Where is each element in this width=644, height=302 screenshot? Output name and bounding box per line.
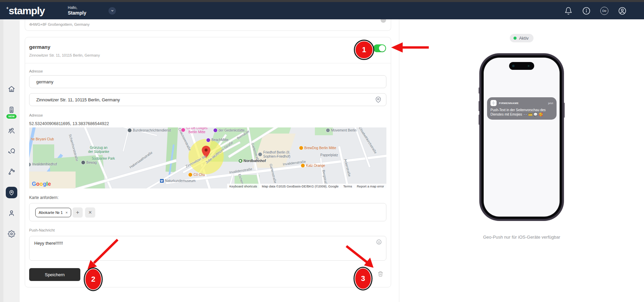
delete-location-button[interactable] bbox=[378, 271, 383, 277]
map-keyboard-shortcuts[interactable]: Keyboard shortcuts bbox=[227, 184, 260, 188]
map-label: der Gedenkstätte... bbox=[213, 128, 247, 133]
name-input[interactable]: germany bbox=[29, 75, 386, 88]
chip-remove-icon[interactable]: × bbox=[65, 210, 67, 215]
customers-icon bbox=[8, 127, 15, 134]
google-map[interactable]: he Biryani ClubScharnhorststraßeGrünzug … bbox=[29, 127, 386, 188]
map-report-link[interactable]: Report a map error bbox=[355, 184, 386, 188]
map-attribution: Keyboard shortcuts Map data ©2025 GeoBas… bbox=[227, 184, 386, 188]
map-label: Habersaathstraße bbox=[129, 150, 153, 169]
trash-icon bbox=[378, 271, 383, 277]
add-card-button[interactable]: + bbox=[73, 207, 83, 218]
map-label: Zinnowitzer Str. bbox=[185, 154, 207, 168]
google-logo[interactable]: Google bbox=[32, 181, 51, 187]
previous-location-card[interactable]: 4HWG+8F Großengottern, Germany bbox=[25, 19, 391, 31]
location-card-germany: germany Zinnowitzer Str. 11, 10115 Berli… bbox=[25, 37, 391, 287]
map-poi-marker-icon bbox=[206, 138, 210, 142]
map-label: Gartenstraße bbox=[269, 163, 277, 183]
map-label: CLUB Lodges Berlin Mitte bbox=[181, 127, 207, 134]
preview-panel: Aktiv FIRMENNAME jetzt Push-Text in der … bbox=[399, 19, 644, 302]
map-label: BeachMitte bbox=[206, 138, 228, 142]
card-select-box[interactable]: Abokarte № 1 × + × bbox=[29, 203, 386, 221]
map-poi-marker-icon: U bbox=[160, 179, 164, 183]
notifications-bell-icon[interactable] bbox=[564, 7, 572, 15]
sidebar-item-kiosk[interactable]: NEW bbox=[3, 102, 20, 118]
emoji-picker-icon[interactable] bbox=[376, 239, 382, 245]
account-dropdown-button[interactable] bbox=[108, 7, 116, 15]
page-scrollbar[interactable] bbox=[0, 19, 3, 302]
location-title: germany bbox=[29, 44, 51, 50]
map-label: UNaturkundemuseum bbox=[160, 179, 196, 183]
notification-time: jetzt bbox=[548, 102, 553, 105]
address-input-value: Zinnowitzer Str. 11, 10115 Berlin, Germa… bbox=[36, 97, 120, 102]
sidebar-item-profile[interactable] bbox=[3, 205, 20, 221]
sidebar-nav: NEW bbox=[3, 19, 20, 302]
annotation-circle-2: 2 bbox=[85, 268, 102, 290]
camera-lens-icon bbox=[512, 65, 515, 67]
address-label-2: Adresse bbox=[29, 113, 43, 117]
active-item-highlight bbox=[6, 187, 17, 198]
map-label: Katz Orange bbox=[301, 163, 325, 168]
push-notification-preview: FIRMENNAME jetzt Push-Text in der Seiten… bbox=[487, 97, 557, 120]
logo-text: stamply bbox=[9, 5, 45, 17]
previous-location-toggle[interactable] bbox=[381, 19, 386, 23]
main-content: 4HWG+8F Großengottern, Germany germany Z… bbox=[20, 19, 399, 302]
location-subtitle: Zinnowitzer Str. 11, 10115 Berlin, Germa… bbox=[29, 53, 100, 57]
sidebar-item-geopush[interactable] bbox=[3, 184, 20, 201]
logo-plus-mark: + bbox=[6, 5, 8, 11]
clear-cards-button[interactable]: × bbox=[85, 207, 95, 218]
map-terms-link[interactable]: Terms bbox=[341, 184, 355, 188]
map-label: Bewag bbox=[81, 160, 97, 165]
sidebar-item-integrations[interactable] bbox=[3, 164, 20, 180]
map-poi-marker-icon bbox=[258, 152, 262, 157]
phone-bezel: FIRMENNAME jetzt Push-Text in der Seiten… bbox=[481, 55, 562, 219]
app-logo[interactable]: + stamply bbox=[6, 5, 45, 17]
map-label: Südpanke Park bbox=[92, 157, 115, 161]
address-input[interactable]: Zinnowitzer Str. 11, 10115 Berlin, Germa… bbox=[29, 93, 386, 106]
kiosk-icon bbox=[8, 106, 15, 114]
previous-location-address: 4HWG+8F Großengottern, Germany bbox=[29, 22, 89, 26]
status-label: Aktiv bbox=[519, 36, 528, 41]
coordinates-value: 52.532400906811695, 13.3837686544922 bbox=[29, 121, 109, 126]
dynamic-island bbox=[509, 62, 534, 70]
sidebar-item-chat[interactable] bbox=[3, 143, 20, 159]
sidebar-item-settings[interactable] bbox=[3, 226, 20, 242]
push-message-textarea[interactable]: Heyy there!!!!!! bbox=[29, 236, 386, 261]
language-selector[interactable]: De bbox=[600, 7, 608, 15]
sensor-dot-icon bbox=[528, 65, 529, 67]
chip-label: Abokarte № 1 bbox=[39, 210, 63, 215]
map-poi-marker-icon bbox=[127, 128, 132, 133]
user-greeting: Hallo, Stamply bbox=[68, 5, 86, 16]
map-label: Friedhof Berlin (II. Sophien-Friedhof) bbox=[258, 150, 290, 158]
phone-volume-down bbox=[479, 115, 480, 125]
push-message-label: Push-Nachricht bbox=[29, 228, 55, 232]
map-data-notice: Map data ©2025 GeoBasis-DE/BKG (©2009), … bbox=[260, 184, 341, 188]
map-label: Julie-Wolfthorn-Straße bbox=[205, 141, 234, 165]
user-account-icon[interactable] bbox=[618, 7, 626, 15]
location-active-toggle[interactable] bbox=[373, 44, 386, 52]
notification-app-icon bbox=[490, 100, 497, 106]
map-label: Scharnhorststraße bbox=[68, 134, 79, 162]
map-poi-marker-icon: S bbox=[238, 159, 243, 163]
phone-screen: FIRMENNAME jetzt Push-Text in der Seiten… bbox=[484, 58, 560, 217]
sidebar-item-home[interactable] bbox=[3, 81, 20, 97]
annotation-circle-1: 1 bbox=[355, 41, 373, 59]
map-poi-marker-icon bbox=[81, 160, 85, 165]
map-label: Invalidenfriedhof bbox=[29, 162, 57, 167]
map-label: Grünzug an der Südpanke bbox=[88, 146, 109, 154]
sidebar-item-customers[interactable] bbox=[3, 122, 20, 139]
map-poi-marker-icon bbox=[326, 128, 330, 133]
status-badge: Aktiv bbox=[510, 34, 533, 42]
map-poi-marker-icon bbox=[29, 162, 31, 167]
map-poi-marker-icon bbox=[301, 163, 305, 168]
map-poi-marker-icon bbox=[188, 173, 193, 177]
greeting-name: Stamply bbox=[68, 10, 86, 16]
abokarte-chip[interactable]: Abokarte № 1 × bbox=[35, 208, 71, 217]
notification-app-name: FIRMENNAME bbox=[499, 102, 519, 105]
preview-caption: Geo-Push nur für iOS-Geräte verfügbar bbox=[483, 235, 560, 240]
map-pin-input-icon[interactable] bbox=[375, 97, 381, 103]
map-label: Movement Berlin bbox=[326, 128, 357, 133]
iphone-mockup: FIRMENNAME jetzt Push-Text in der Seiten… bbox=[480, 54, 564, 221]
request-card-label: Karte anfordern: bbox=[29, 195, 59, 200]
save-button[interactable]: Speichern bbox=[29, 268, 80, 281]
info-icon[interactable] bbox=[582, 7, 590, 15]
